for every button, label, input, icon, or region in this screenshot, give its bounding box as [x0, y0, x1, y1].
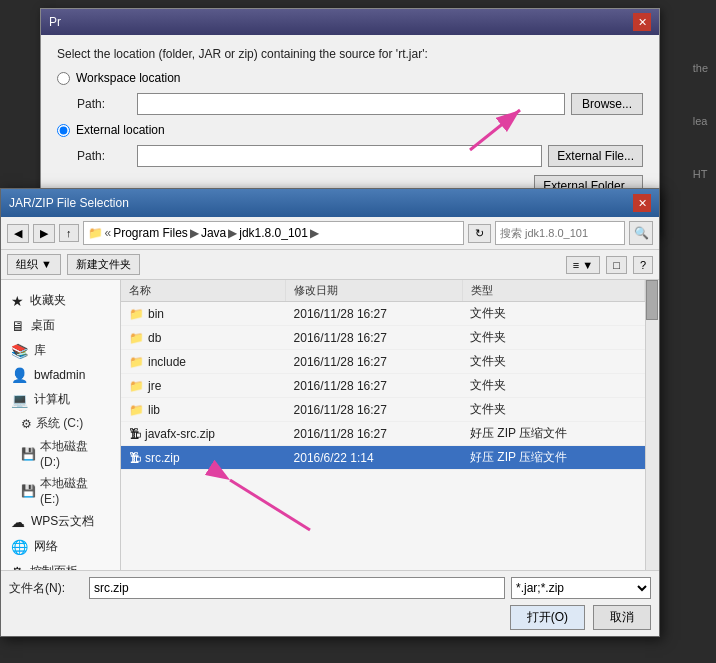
col-type: 类型 [462, 280, 644, 302]
table-header-row: 名称 修改日期 类型 [121, 280, 645, 302]
sidebar-label-favorites: 收藏夹 [30, 292, 66, 309]
sidebar-item-computer[interactable]: 💻 计算机 [5, 387, 116, 412]
col-name: 名称 [121, 280, 286, 302]
view-list-button[interactable]: ≡ ▼ [566, 256, 600, 274]
table-row[interactable]: 🗜javafx-src.zip2016/11/28 16:27好压 ZIP 压缩… [121, 422, 645, 446]
file-date-cell: 2016/6/22 1:14 [286, 446, 462, 470]
file-list-area: 名称 修改日期 类型 📁bin2016/11/28 16:27文件夹📁db201… [121, 280, 659, 570]
gear-icon: ⚙ [21, 417, 32, 431]
sidebar-item-control-panel[interactable]: ⚙ 控制面板 [5, 559, 116, 570]
computer-icon: 💻 [11, 392, 28, 408]
file-sidebar: ★ 收藏夹 🖥 桌面 📚 库 👤 bwfadmin 💻 计算机 ⚙ 系统 ( [1, 280, 121, 570]
file-type-cell: 好压 ZIP 压缩文件 [462, 446, 644, 470]
file-type-cell: 文件夹 [462, 374, 644, 398]
table-row[interactable]: 📁db2016/11/28 16:27文件夹 [121, 326, 645, 350]
sidebar-item-user[interactable]: 👤 bwfadmin [5, 363, 116, 387]
refresh-button[interactable]: ↻ [468, 224, 491, 243]
table-row[interactable]: 📁lib2016/11/28 16:27文件夹 [121, 398, 645, 422]
breadcrumb-part-2: Java [201, 226, 226, 240]
network-icon: 🌐 [11, 539, 28, 555]
file-action-toolbar: 组织 ▼ 新建文件夹 ≡ ▼ □ ? [1, 250, 659, 280]
source-dialog-description: Select the location (folder, JAR or zip)… [57, 47, 643, 61]
file-name-cell: 📁bin [121, 302, 286, 326]
file-nav-toolbar: ◀ ▶ ↑ 📁 « Program Files ▶ Java ▶ jdk1.8.… [1, 217, 659, 250]
workspace-path-label: Path: [77, 97, 137, 111]
open-button[interactable]: 打开(O) [510, 605, 585, 630]
file-table: 名称 修改日期 类型 📁bin2016/11/28 16:27文件夹📁db201… [121, 280, 645, 470]
table-row[interactable]: 📁bin2016/11/28 16:27文件夹 [121, 302, 645, 326]
filename-row: 文件名(N): *.jar;*.zip [9, 577, 651, 599]
sidebar-label-wps: WPS云文档 [31, 513, 94, 530]
back-button[interactable]: ◀ [7, 224, 29, 243]
external-file-button[interactable]: External File... [548, 145, 643, 167]
sidebar-item-wps[interactable]: ☁ WPS云文档 [5, 509, 116, 534]
file-dialog: JAR/ZIP File Selection ✕ ◀ ▶ ↑ 📁 « Progr… [0, 188, 660, 637]
table-row[interactable]: 📁include2016/11/28 16:27文件夹 [121, 350, 645, 374]
new-folder-button[interactable]: 新建文件夹 [67, 254, 140, 275]
desktop-icon: 🖥 [11, 318, 25, 334]
browse-button[interactable]: Browse... [571, 93, 643, 115]
cancel-button[interactable]: 取消 [593, 605, 651, 630]
disk-e-icon: 💾 [21, 484, 36, 498]
control-panel-icon: ⚙ [11, 564, 24, 571]
sidebar-item-d-drive[interactable]: 💾 本地磁盘 (D:) [5, 435, 116, 472]
search-button[interactable]: 🔍 [629, 221, 653, 245]
sidebar-label-library: 库 [34, 342, 46, 359]
table-row[interactable]: 🗜src.zip2016/6/22 1:14好压 ZIP 压缩文件 [121, 446, 645, 470]
breadcrumb[interactable]: 📁 « Program Files ▶ Java ▶ jdk1.8.0_101 … [83, 221, 465, 245]
file-dialog-titlebar: JAR/ZIP File Selection ✕ [1, 189, 659, 217]
source-dialog-close[interactable]: ✕ [633, 13, 651, 31]
file-date-cell: 2016/11/28 16:27 [286, 374, 462, 398]
sidebar-label-network: 网络 [34, 538, 58, 555]
file-type-cell: 文件夹 [462, 350, 644, 374]
view-icon-button[interactable]: □ [606, 256, 627, 274]
sidebar-label-computer: 计算机 [34, 391, 70, 408]
vertical-scrollbar[interactable] [645, 280, 659, 570]
external-path-row: Path: External File... [77, 145, 643, 167]
help-button[interactable]: ? [633, 256, 653, 274]
file-type-cell: 文件夹 [462, 326, 644, 350]
table-row[interactable]: 📁jre2016/11/28 16:27文件夹 [121, 374, 645, 398]
sidebar-label-control-panel: 控制面板 [30, 563, 78, 570]
ide-hint-text: theleaHT [693, 60, 708, 183]
file-date-cell: 2016/11/28 16:27 [286, 350, 462, 374]
file-date-cell: 2016/11/28 16:27 [286, 398, 462, 422]
external-path-input[interactable] [137, 145, 542, 167]
file-list-content: 名称 修改日期 类型 📁bin2016/11/28 16:27文件夹📁db201… [121, 280, 645, 570]
file-date-cell: 2016/11/28 16:27 [286, 326, 462, 350]
up-button[interactable]: ↑ [59, 224, 79, 242]
folder-icon: 📁 [129, 355, 144, 369]
forward-button[interactable]: ▶ [33, 224, 55, 243]
file-bottom-bar: 文件名(N): *.jar;*.zip 打开(O) 取消 [1, 570, 659, 636]
organize-button[interactable]: 组织 ▼ [7, 254, 61, 275]
search-input[interactable] [495, 221, 625, 245]
workspace-path-input[interactable] [137, 93, 565, 115]
file-name-cell: 📁include [121, 350, 286, 374]
file-dialog-close[interactable]: ✕ [633, 194, 651, 212]
file-list-scroll: 名称 修改日期 类型 📁bin2016/11/28 16:27文件夹📁db201… [121, 280, 659, 570]
workspace-radio[interactable] [57, 72, 70, 85]
file-main-area: ★ 收藏夹 🖥 桌面 📚 库 👤 bwfadmin 💻 计算机 ⚙ 系统 ( [1, 280, 659, 570]
filename-input[interactable] [89, 577, 505, 599]
library-icon: 📚 [11, 343, 28, 359]
star-icon: ★ [11, 293, 24, 309]
sidebar-item-e-drive[interactable]: 💾 本地磁盘 (E:) [5, 472, 116, 509]
sidebar-item-favorites[interactable]: ★ 收藏夹 [5, 288, 116, 313]
file-name-cell: 📁db [121, 326, 286, 350]
file-name-cell: 📁lib [121, 398, 286, 422]
file-date-cell: 2016/11/28 16:27 [286, 302, 462, 326]
folder-icon: 📁 [129, 403, 144, 417]
scroll-thumb[interactable] [646, 280, 658, 320]
folder-icon: 📁 [129, 307, 144, 321]
file-type-cell: 文件夹 [462, 398, 644, 422]
sidebar-item-desktop[interactable]: 🖥 桌面 [5, 313, 116, 338]
sidebar-item-network[interactable]: 🌐 网络 [5, 534, 116, 559]
file-type-cell: 文件夹 [462, 302, 644, 326]
external-radio-row: External location [57, 123, 643, 137]
source-dialog-title: Pr [49, 15, 61, 29]
filetype-select[interactable]: *.jar;*.zip [511, 577, 651, 599]
sidebar-item-library[interactable]: 📚 库 [5, 338, 116, 363]
workspace-radio-label: Workspace location [76, 71, 181, 85]
sidebar-item-c-drive[interactable]: ⚙ 系统 (C:) [5, 412, 116, 435]
external-radio[interactable] [57, 124, 70, 137]
